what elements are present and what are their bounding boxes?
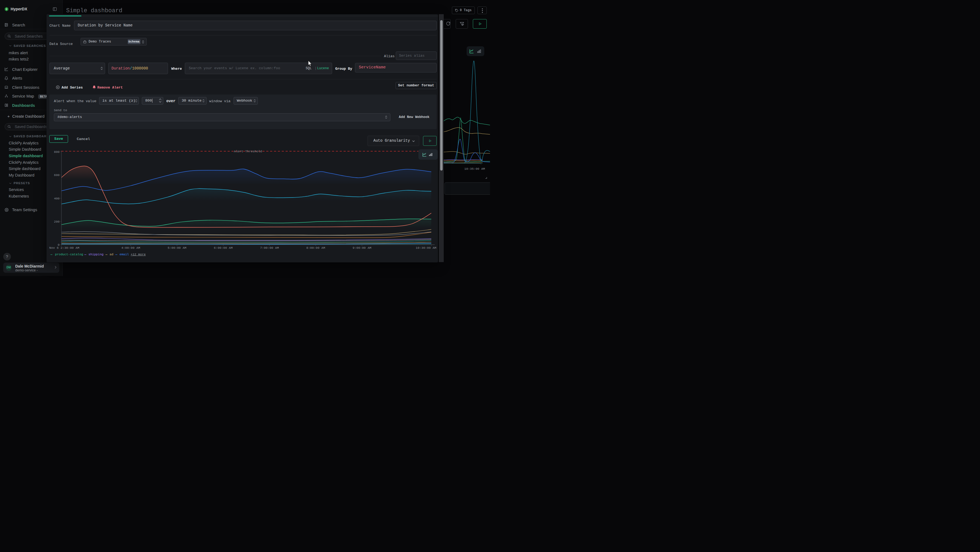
svg-text:—: —	[50, 252, 52, 256]
svg-text:email: email	[119, 252, 129, 256]
svg-text:product-catalog: product-catalog	[55, 252, 83, 256]
svg-text:5:00:00 AM: 5:00:00 AM	[168, 246, 186, 249]
svg-text:7:00:00 AM: 7:00:00 AM	[260, 246, 279, 249]
svg-text:4:00:00 AM: 4:00:00 AM	[121, 246, 140, 249]
svg-text:—: —	[115, 252, 117, 256]
svg-text:Nov 6 2:30:00 AM: Nov 6 2:30:00 AM	[49, 246, 80, 249]
svg-text:10:30:00 AM: 10:30:00 AM	[416, 246, 436, 249]
svg-text:8:00:00 AM: 8:00:00 AM	[306, 246, 325, 249]
svg-text:9:00:00 AM: 9:00:00 AM	[353, 246, 371, 249]
svg-text:10:35:00 AM: 10:35:00 AM	[465, 167, 485, 171]
svg-text:+12 more: +12 more	[130, 252, 146, 256]
svg-text:Alert Threshold: Alert Threshold	[234, 150, 262, 153]
svg-text:200: 200	[54, 220, 60, 223]
svg-text:—: —	[105, 252, 108, 256]
svg-text:shipping: shipping	[89, 252, 103, 256]
svg-text:800: 800	[54, 150, 60, 154]
svg-text:600: 600	[54, 173, 60, 177]
svg-text:400: 400	[54, 196, 60, 200]
svg-text:6:00:00 AM: 6:00:00 AM	[214, 246, 233, 249]
svg-text:ad: ad	[110, 252, 113, 256]
svg-text:—: —	[84, 252, 86, 256]
